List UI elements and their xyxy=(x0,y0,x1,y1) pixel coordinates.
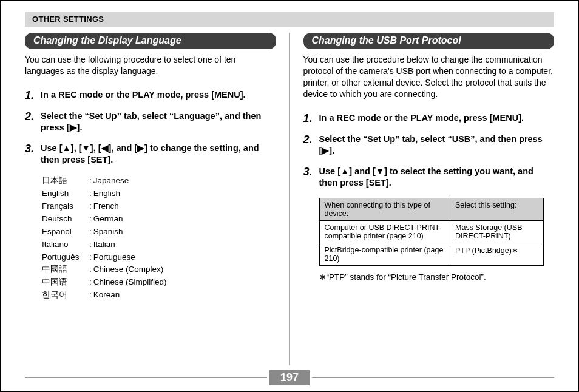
separator: : xyxy=(89,251,93,264)
usb-protocol-table: When connecting to this type of device: … xyxy=(319,198,544,266)
language-name: German xyxy=(93,213,123,226)
language-name: Italian xyxy=(93,238,115,251)
table-cell: PTP (PictBridge)∗ xyxy=(450,243,543,265)
step-text: Select the “Set Up” tab, select “Languag… xyxy=(41,110,276,134)
step: 1. In a REC mode or the PLAY mode, press… xyxy=(25,89,276,102)
step-text: In a REC mode or the PLAY mode, press [M… xyxy=(41,89,246,101)
step-number: 2. xyxy=(303,133,319,146)
table-cell: Computer or USB DIRECT-PRINT-compatible … xyxy=(319,220,450,243)
table-header: Select this setting: xyxy=(450,198,543,220)
step: 1. In a REC mode or the PLAY mode, press… xyxy=(303,112,555,125)
separator: : xyxy=(89,188,93,200)
columns: Changing the Display Language You can us… xyxy=(25,33,554,365)
left-column: Changing the Display Language You can us… xyxy=(25,33,290,365)
section-title-left: Changing the Display Language xyxy=(25,33,276,49)
step: 2. Select the “Set Up” tab, select “USB”… xyxy=(303,133,555,157)
footer-rule xyxy=(25,377,267,378)
step: 3. Use [▲] and [▼] to select the setting… xyxy=(303,166,555,189)
step-number: 3. xyxy=(25,143,41,155)
language-native: Deutsch xyxy=(42,213,89,226)
language-row: 日本語: Japanese xyxy=(42,175,276,188)
language-native: Français xyxy=(42,200,89,213)
language-native: Italiano xyxy=(42,238,89,251)
right-column: Changing the USB Port Protocol You can u… xyxy=(302,33,555,365)
step: 3. Use [▲], [▼], [◀], and [▶] to change … xyxy=(25,143,276,166)
separator: : xyxy=(89,276,93,289)
table-cell: Mass Storage (USB DIRECT-PRINT) xyxy=(450,220,543,243)
separator: : xyxy=(89,213,93,226)
table-cell: PictBridge-compatible printer (page 210) xyxy=(319,243,450,265)
footnote: ∗“PTP” stands for “Picture Transfer Prot… xyxy=(319,272,555,282)
intro-left: You can use the following procedure to s… xyxy=(25,54,276,77)
table-row: PictBridge-compatible printer (page 210)… xyxy=(319,243,543,265)
language-name: Chinese (Simplified) xyxy=(93,276,167,289)
language-row: Español: Spanish xyxy=(42,226,276,238)
language-row: Português: Portuguese xyxy=(42,251,276,264)
language-name: Spanish xyxy=(93,226,123,238)
step-number: 1. xyxy=(25,89,41,102)
intro-right: You can use the procedure below to chang… xyxy=(303,54,555,100)
separator: : xyxy=(89,263,93,276)
language-native: Português xyxy=(42,251,89,264)
language-native: 日本語 xyxy=(42,175,89,188)
language-row: 한국어: Korean xyxy=(42,289,276,302)
language-row: 中国语: Chinese (Simplified) xyxy=(42,276,276,289)
manual-page: OTHER SETTINGS Changing the Display Lang… xyxy=(0,0,579,392)
language-row: Deutsch: German xyxy=(42,213,276,226)
language-name: Portuguese xyxy=(93,251,135,264)
step-text: Use [▲] and [▼] to select the setting yo… xyxy=(319,166,555,189)
step: 2. Select the “Set Up” tab, select “Lang… xyxy=(25,110,276,134)
language-row: English: English xyxy=(42,188,276,200)
page-number: 197 xyxy=(269,370,310,385)
header-bar: OTHER SETTINGS xyxy=(25,12,554,27)
language-native: Español xyxy=(42,226,89,238)
language-name: Korean xyxy=(93,289,120,302)
step-text: Select the “Set Up” tab, select “USB”, a… xyxy=(319,133,555,157)
separator: : xyxy=(89,175,93,188)
language-native: 中國語 xyxy=(42,263,89,276)
language-native: 한국어 xyxy=(42,289,89,302)
language-row: Italiano: Italian xyxy=(42,238,276,251)
footer: 197 xyxy=(25,370,554,385)
separator: : xyxy=(89,289,93,302)
language-native: 中国语 xyxy=(42,276,89,289)
separator: : xyxy=(89,200,93,213)
language-list: 日本語: JapaneseEnglish: EnglishFrançais: F… xyxy=(42,175,276,302)
language-name: Chinese (Complex) xyxy=(93,263,164,276)
step-number: 1. xyxy=(303,112,319,125)
step-number: 2. xyxy=(25,110,41,123)
language-name: Japanese xyxy=(93,175,129,188)
step-text: Use [▲], [▼], [◀], and [▶] to change the… xyxy=(41,143,276,166)
step-number: 3. xyxy=(303,166,319,178)
language-name: English xyxy=(93,188,120,200)
language-name: French xyxy=(93,200,119,213)
separator: : xyxy=(89,238,93,251)
language-native: English xyxy=(42,188,89,200)
language-row: Français: French xyxy=(42,200,276,213)
step-text: In a REC mode or the PLAY mode, press [M… xyxy=(319,112,524,124)
separator: : xyxy=(89,226,93,238)
footer-rule xyxy=(312,377,554,378)
language-row: 中國語: Chinese (Complex) xyxy=(42,263,276,276)
section-title-right: Changing the USB Port Protocol xyxy=(303,33,555,49)
table-header: When connecting to this type of device: xyxy=(319,198,450,220)
table-row: Computer or USB DIRECT-PRINT-compatible … xyxy=(319,220,543,243)
